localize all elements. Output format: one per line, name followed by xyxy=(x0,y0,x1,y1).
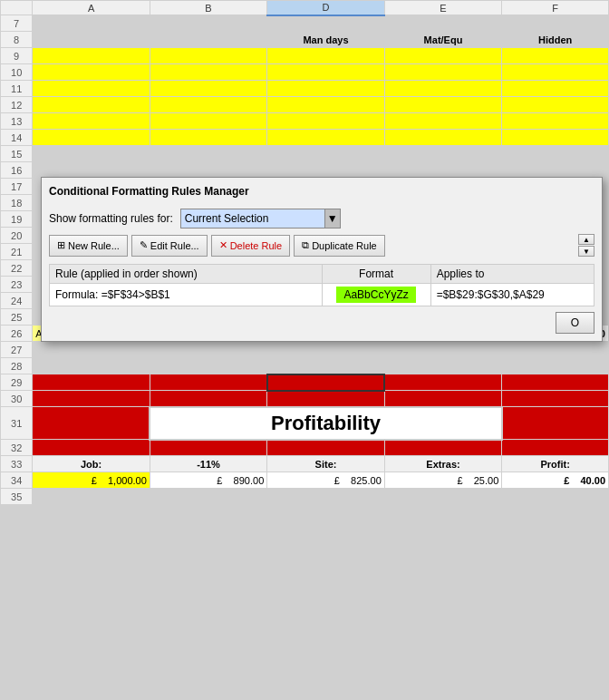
show-rules-select[interactable]: Current Selection xyxy=(180,209,325,228)
col-header-E[interactable]: E xyxy=(384,1,501,15)
table-row: 11 xyxy=(1,81,609,97)
profit-header: Profit: xyxy=(502,456,609,472)
table-row: 14 xyxy=(1,130,609,146)
col-header-row: A B D E F xyxy=(1,1,609,15)
delete-rule-button[interactable]: ✕ Delete Rule xyxy=(211,235,290,257)
row-30: 30 xyxy=(1,391,609,407)
profitability-row: 31 Profitability xyxy=(1,407,609,440)
table-row: 27 xyxy=(1,342,609,358)
scroll-up-button[interactable]: ▲ xyxy=(578,234,594,245)
show-rules-label: Show formatting rules for: xyxy=(49,212,173,225)
rule-format-preview-cell: AaBbCcYyZz xyxy=(322,284,430,306)
edit-rule-icon: ✎ xyxy=(140,239,148,251)
rules-table: Rule (applied in order shown) Format App… xyxy=(49,264,594,306)
rule-applies-to: =$B$29:$G$30,$A$29 xyxy=(430,284,594,306)
rule-col-header: Rule (applied in order shown) xyxy=(50,265,323,284)
table-row: 13 xyxy=(1,113,609,130)
dialog-footer: O xyxy=(49,312,594,334)
col-header-A[interactable]: A xyxy=(33,1,150,15)
col-header-C[interactable]: D xyxy=(267,1,384,15)
format-preview: AaBbCcYyZz xyxy=(336,287,415,303)
table-row: 7 xyxy=(1,15,609,32)
rule-row-1[interactable]: Formula: =$F$34>$B$1 AaBbCcYyZz =$B$29:$… xyxy=(50,284,594,306)
applies-col-header: Applies to xyxy=(430,265,594,284)
mat-equ-header: Mat/Equ xyxy=(384,32,501,48)
rule-formula: Formula: =$F$34>$B$1 xyxy=(50,284,323,306)
scroll-arrows: ▲ ▼ xyxy=(578,234,594,257)
row-num-7: 7 xyxy=(1,15,33,32)
select-dropdown-arrow[interactable]: ▼ xyxy=(324,209,341,228)
row-29: 29 xyxy=(1,374,609,391)
site2-value: £ 825.00 xyxy=(267,472,384,489)
profit-header-row: 33 Job: -11% Site: Extras: Profit: xyxy=(1,456,609,472)
extras-header: Extras: xyxy=(384,456,501,472)
pct-header: -11% xyxy=(150,456,266,472)
ok-button[interactable]: O xyxy=(556,312,594,334)
new-rule-icon: ⊞ xyxy=(57,239,65,251)
table-row: 28 xyxy=(1,358,609,374)
hidden-header: Hidden xyxy=(502,32,609,48)
table-row: 32 xyxy=(1,440,609,456)
table-row: 9 xyxy=(1,48,609,64)
site-header: Site: xyxy=(267,456,384,472)
format-col-header: Format xyxy=(322,265,430,284)
table-row: 16 xyxy=(1,162,609,179)
delete-icon: ✕ xyxy=(219,239,227,251)
col-header-F[interactable]: F xyxy=(502,1,609,15)
col-header-B[interactable]: B xyxy=(150,1,266,15)
job-value: £ 1,000.00 xyxy=(33,472,150,489)
edit-rule-button[interactable]: ✎ Edit Rule... xyxy=(131,235,208,257)
corner-cell xyxy=(1,1,33,15)
table-row: 12 xyxy=(1,97,609,113)
profitability-title: Profitability xyxy=(150,407,501,440)
new-rule-button[interactable]: ⊞ New Rule... xyxy=(49,235,128,257)
man-days-header: Man days xyxy=(267,32,384,48)
extras-value: £ 25.00 xyxy=(384,472,501,489)
profit-value: £ 40.00 xyxy=(502,472,609,489)
table-row: 10 xyxy=(1,64,609,81)
current-selection-container: Current Selection ▼ xyxy=(180,209,341,228)
table-row: 8 Man days Mat/Equ Hidden xyxy=(1,32,609,48)
dialog-title: Conditional Formatting Rules Manager xyxy=(49,185,594,201)
conditional-formatting-dialog: Conditional Formatting Rules Manager Sho… xyxy=(41,177,603,342)
show-rules-row: Show formatting rules for: Current Selec… xyxy=(49,209,594,228)
duplicate-icon: ⧉ xyxy=(302,239,309,251)
table-row: 35 xyxy=(1,489,609,505)
table-row: 15 xyxy=(1,146,609,162)
duplicate-rule-button[interactable]: ⧉ Duplicate Rule xyxy=(294,235,385,257)
site-value: £ 890.00 xyxy=(150,472,266,489)
scroll-down-button[interactable]: ▼ xyxy=(578,246,594,257)
rules-table-header: Rule (applied in order shown) Format App… xyxy=(50,265,594,284)
dialog-toolbar: ⊞ New Rule... ✎ Edit Rule... ✕ Delete Ru… xyxy=(49,234,594,257)
job-header: Job: xyxy=(33,456,150,472)
profit-data-row: 34 £ 1,000.00 £ 890.00 £ 825.00 £ 25.00 … xyxy=(1,472,609,489)
row-num-8: 8 xyxy=(1,32,33,48)
